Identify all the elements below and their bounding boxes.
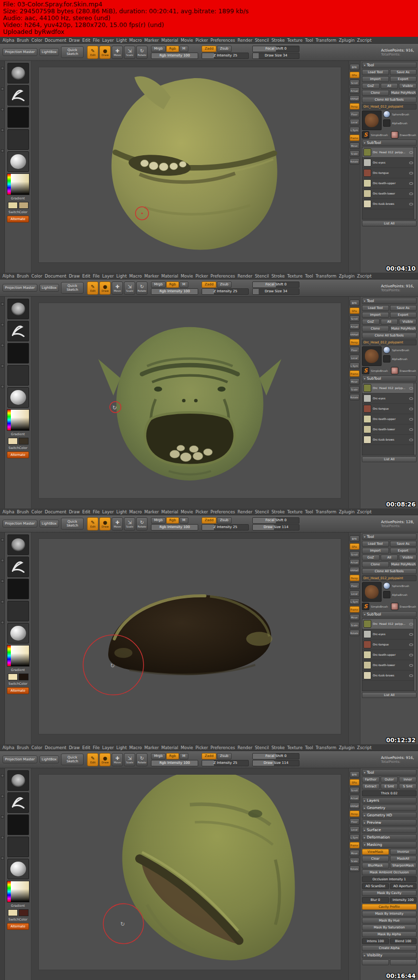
partial-button[interactable]: [390, 959, 417, 965]
document-area[interactable]: ↻: [38, 538, 341, 734]
right-shelf-button[interactable]: Persp: [350, 339, 359, 345]
right-shelf-button[interactable]: Move: [350, 850, 359, 856]
material-thumbnail[interactable]: [7, 859, 29, 879]
color-picker[interactable]: [7, 173, 30, 195]
alternate-button[interactable]: Alternate: [7, 216, 29, 223]
saturation-value-square[interactable]: [11, 881, 29, 902]
menu-item[interactable]: Document: [45, 38, 66, 43]
menu-item[interactable]: Color: [31, 745, 42, 750]
canvas[interactable]: ↻: [31, 297, 348, 508]
rotate-mode-button[interactable]: Rotate: [136, 281, 148, 295]
menu-item[interactable]: Movie: [180, 274, 193, 279]
palette-section-header[interactable]: Surface: [362, 827, 417, 833]
quick-sketch-button[interactable]: Quick Sketch: [61, 754, 84, 765]
color-picker[interactable]: [7, 881, 30, 902]
right-shelf-button[interactable]: Frame: [350, 842, 359, 848]
menu-item[interactable]: Brush: [17, 38, 29, 43]
right-shelf-button[interactable]: Local: [350, 590, 359, 597]
projection-master-button[interactable]: Projection Master: [2, 48, 37, 56]
mrgb-toggle[interactable]: Mrgb: [151, 517, 166, 524]
visibility-eye-icon[interactable]: [409, 654, 413, 656]
switchcolor-label[interactable]: SwitchColor: [8, 918, 27, 922]
material-thumbnail[interactable]: [7, 151, 29, 172]
visibility-eye-icon[interactable]: [409, 193, 413, 195]
document-area[interactable]: ↻: [38, 774, 341, 970]
hue-strip[interactable]: [7, 645, 11, 666]
menu-item[interactable]: Zplugin: [339, 509, 355, 514]
right-shelf-button[interactable]: AAHalf: [350, 95, 359, 102]
menu-item[interactable]: Material: [161, 274, 179, 279]
right-shelf-button[interactable]: Local: [350, 355, 359, 361]
focal-shift-slider[interactable]: Focal Shift 0: [252, 46, 299, 52]
edit-mode-button[interactable]: Edit: [87, 753, 98, 766]
menu-item[interactable]: Edit: [82, 745, 90, 750]
scale-mode-button[interactable]: Scale: [124, 281, 135, 295]
menu-item[interactable]: Macro: [129, 745, 142, 750]
move-mode-button[interactable]: Move: [112, 517, 123, 531]
right-shelf-button[interactable]: BPR: [350, 535, 359, 542]
projection-master-button[interactable]: Projection Master: [2, 756, 37, 763]
cavity-blur-slider[interactable]: Blur 0: [362, 897, 389, 903]
menu-item[interactable]: Transform: [316, 745, 336, 750]
right-shelf-button[interactable]: Persp: [350, 103, 359, 110]
menu-item[interactable]: Stroke: [271, 38, 285, 43]
zadd-toggle[interactable]: Zadd: [202, 281, 216, 288]
right-shelf-button[interactable]: Move: [350, 614, 359, 620]
mask-by-intensity-button[interactable]: Mask By Intensity: [362, 911, 417, 917]
menu-item[interactable]: Tool: [305, 274, 313, 279]
z-intensity-slider[interactable]: Z Intensity 25: [202, 288, 249, 295]
material-thumbnail[interactable]: [7, 387, 29, 408]
tool-panel-button[interactable]: All: [381, 83, 398, 89]
clone-all-subtools-button[interactable]: Clone All SubTools: [362, 97, 417, 103]
menu-item[interactable]: Edit: [82, 509, 90, 514]
recent-tool[interactable]: AlphaBrush: [383, 119, 417, 127]
right-shelf-button[interactable]: Persp: [350, 811, 359, 817]
draw-size-slider[interactable]: Draw Size 34: [252, 288, 299, 295]
menu-item[interactable]: Movie: [180, 509, 193, 514]
tool-panel-button[interactable]: GoZ: [362, 319, 380, 325]
canvas[interactable]: ↻: [31, 532, 348, 744]
rgb-toggle[interactable]: Rgb: [166, 46, 179, 52]
visibility-eye-icon[interactable]: [409, 172, 413, 174]
main-color-swatch[interactable]: [8, 909, 18, 916]
texture-thumbnail[interactable]: [7, 365, 29, 386]
recent-tool[interactable]: SphereBrush: [383, 582, 417, 589]
right-shelf-button[interactable]: AAHalf: [350, 803, 359, 809]
alpha-thumbnail[interactable]: [7, 579, 29, 599]
list-all-button[interactable]: List All: [362, 692, 417, 698]
right-shelf-button[interactable]: AAHalf: [350, 331, 359, 337]
extract-button[interactable]: Extract: [362, 784, 380, 789]
current-brush-thumbnail[interactable]: [7, 63, 29, 84]
menu-item[interactable]: Macro: [129, 38, 142, 43]
zsub-toggle[interactable]: Zsub: [217, 46, 231, 52]
menu-item[interactable]: Layer: [102, 38, 114, 43]
subtool-palette-header[interactable]: SubTool: [362, 375, 417, 382]
menu-item[interactable]: File: [93, 745, 100, 750]
right-shelf-button[interactable]: Scroll: [350, 80, 359, 86]
tool-panel-button[interactable]: GoZ: [362, 555, 380, 560]
document-area[interactable]: [38, 67, 341, 263]
menu-item[interactable]: Draw: [69, 38, 80, 43]
projectall-option-button[interactable]: Inner: [399, 777, 417, 783]
active-tool-name[interactable]: Orc_Head_012_polypaint: [362, 104, 417, 110]
current-brush-thumbnail[interactable]: [7, 299, 29, 319]
ao-aperture-slider[interactable]: AO Aperture: [390, 883, 417, 889]
menu-item[interactable]: Transform: [316, 509, 336, 514]
menu-item[interactable]: Zscript: [357, 38, 372, 43]
color-picker[interactable]: [7, 645, 30, 667]
menu-item[interactable]: Stroke: [271, 509, 285, 514]
texture-thumbnail[interactable]: [7, 601, 29, 621]
rotate-mode-button[interactable]: Rotate: [136, 753, 148, 766]
subtool-item[interactable]: Orc-teeth-upper: [362, 178, 416, 189]
right-shelf-button[interactable]: Floor: [350, 818, 359, 825]
visibility-eye-icon[interactable]: [409, 151, 413, 154]
recent-tool[interactable]: AlphaBrush: [383, 355, 417, 363]
menu-item[interactable]: Light: [117, 38, 127, 43]
draw-size-slider[interactable]: Draw Size 34: [252, 53, 299, 59]
document-area[interactable]: ↻: [38, 303, 341, 499]
visibility-eye-icon[interactable]: [409, 203, 413, 205]
menu-item[interactable]: Alpha: [2, 509, 14, 514]
tool-panel-button[interactable]: Visible: [399, 83, 417, 89]
color-picker[interactable]: [7, 409, 30, 431]
subtool-item[interactable]: Orc-tusk-brows: [362, 671, 416, 681]
